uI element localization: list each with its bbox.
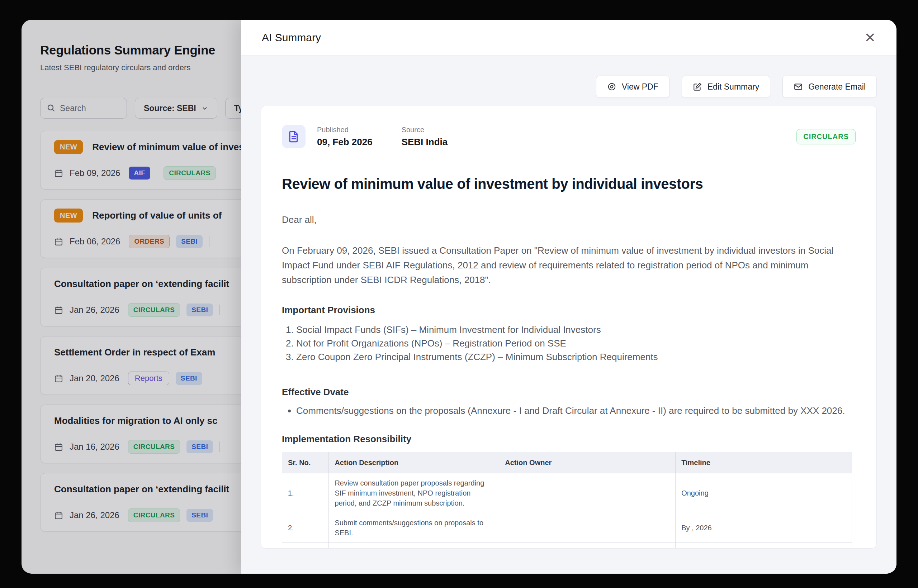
cell-sr-no: 1. <box>282 473 329 513</box>
published-value: 09, Feb 2026 <box>317 137 372 148</box>
cell-action-description: Submit comments/suggestions on proposals… <box>329 513 499 543</box>
ai-summary-modal: AI Summary ✕ View PDF Edit Summary <box>241 20 897 573</box>
circulars-pill: CIRCULARS <box>797 129 856 144</box>
cell-timeline: Ongoing <box>675 473 852 513</box>
modal-body: View PDF Edit Summary Generate Email <box>241 55 897 573</box>
cell-timeline: Post comment submission <box>675 543 852 549</box>
effective-date-heading: Effective Dvate <box>282 387 856 398</box>
implementation-heading: Implementation Resonsibility <box>282 434 856 445</box>
table-row: 1. Review consultation paper proposals r… <box>282 473 852 513</box>
view-pdf-button[interactable]: View PDF <box>596 76 670 98</box>
view-pdf-label: View PDF <box>622 82 658 92</box>
cell-sr-no: 3. <box>282 543 329 549</box>
edit-summary-label: Edit Summary <box>708 82 759 92</box>
provisions-list: Social Impact Funds (SIFs) – Minimum Inv… <box>282 323 856 364</box>
eye-icon <box>607 82 617 91</box>
envelope-icon <box>793 82 803 91</box>
table-row: 3. Monitor SEBI for the issuance of fina… <box>282 543 852 549</box>
document-heading: Review of minimum value of investment by… <box>282 176 856 192</box>
effective-date-list: Comments/suggestions on the proposals (A… <box>282 404 856 418</box>
effective-date-item: Comments/suggestions on the proposals (A… <box>296 404 856 418</box>
cell-action-description: Review consultation paper proposals rega… <box>329 473 499 513</box>
cell-action-owner <box>499 543 675 549</box>
action-button-row: View PDF Edit Summary Generate Email <box>261 76 877 98</box>
file-text-icon <box>287 130 300 143</box>
cell-timeline: By , 2026 <box>675 513 852 543</box>
edit-icon <box>693 82 702 91</box>
document-icon-badge <box>282 125 306 149</box>
cell-action-owner <box>499 513 675 543</box>
source-block: Source SEBI India <box>402 126 448 148</box>
source-value: SEBI India <box>402 137 448 148</box>
table-header-cell: Action Owner <box>499 452 675 473</box>
implementation-table: Sr. No. Action Description Action Owner … <box>282 452 852 549</box>
cell-action-description: Monitor SEBI for the issuance of final c… <box>329 543 499 549</box>
provision-item: Social Impact Funds (SIFs) – Minimum Inv… <box>296 323 856 336</box>
provision-item: Zero Coupon Zero Principal Instruments (… <box>296 350 856 364</box>
close-icon[interactable]: ✕ <box>863 29 877 46</box>
intro-paragraph: On February 09, 2026, SEBI issued a Cons… <box>282 243 856 288</box>
modal-header: AI Summary ✕ <box>241 20 897 55</box>
cell-action-owner <box>499 473 675 513</box>
provision-item: Not for Profit Organizations (NPOs) – Re… <box>296 336 856 350</box>
salutation: Dear all, <box>282 214 856 225</box>
table-header-cell: Action Description <box>329 452 499 473</box>
table-header-row: Sr. No. Action Description Action Owner … <box>282 452 852 473</box>
published-label: Published <box>317 126 372 134</box>
source-label: Source <box>402 126 448 134</box>
table-header-cell: Timeline <box>675 452 852 473</box>
provisions-heading: Important Provisions <box>282 305 856 316</box>
generate-email-label: Generate Email <box>808 82 866 92</box>
document-meta-row: Published 09, Feb 2026 Source SEBI India… <box>282 125 856 149</box>
app-window: Regulations Summary Engine Latest SEBI r… <box>21 20 897 573</box>
published-block: Published 09, Feb 2026 <box>317 126 372 148</box>
meta-divider <box>387 125 387 148</box>
table-header-cell: Sr. No. <box>282 452 329 473</box>
cell-sr-no: 2. <box>282 513 329 543</box>
generate-email-button[interactable]: Generate Email <box>782 76 877 98</box>
edit-summary-button[interactable]: Edit Summary <box>682 76 770 98</box>
table-row: 2. Submit comments/suggestions on propos… <box>282 513 852 543</box>
summary-card: Published 09, Feb 2026 Source SEBI India… <box>261 106 877 549</box>
modal-title: AI Summary <box>262 32 321 44</box>
